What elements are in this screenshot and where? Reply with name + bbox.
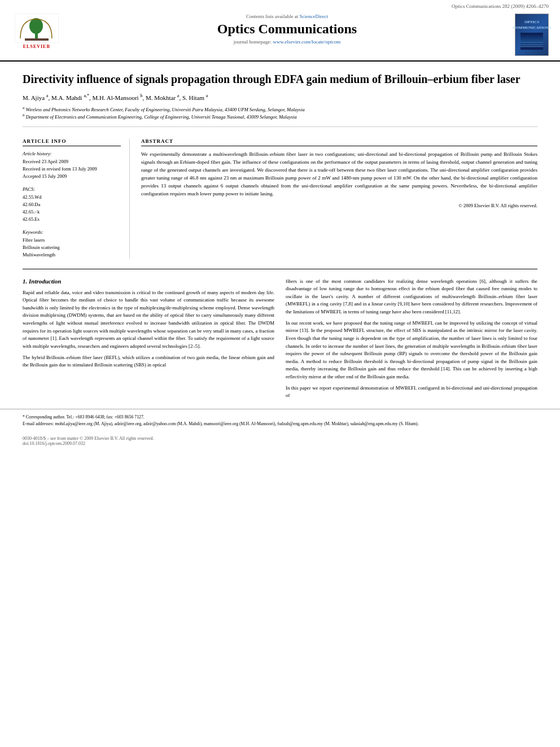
- main-col-left: 1. Introduction Rapid and reliable data,…: [23, 278, 274, 403]
- svg-rect-3: [25, 38, 49, 41]
- right-col-body: fibers is one of the most common candida…: [286, 278, 537, 400]
- abstract-text: We experimentally demonstrate a multiwav…: [141, 151, 537, 198]
- journal-reference: Optics Communications 282 (2009) 4266–42…: [0, 0, 560, 9]
- elsevier-logo: ELSEVIER: [11, 14, 62, 49]
- keywords-list: Fibre lasers Brillouin scattering Multiw…: [23, 237, 121, 258]
- journal-homepage-link[interactable]: www.elsevier.com/locate/optcom: [273, 39, 340, 45]
- elsevier-emblem-icon: [15, 14, 59, 43]
- article-title: Directivity influence of signals propaga…: [23, 72, 537, 86]
- abstract-label: ABSTRACT: [141, 138, 537, 146]
- article-abstract-column: ABSTRACT We experimentally demonstrate a…: [141, 138, 537, 259]
- received-date: Received 23 April 2009 Received in revis…: [23, 158, 121, 180]
- journal-homepage: journal homepage: www.elsevier.com/locat…: [68, 39, 506, 45]
- article-info-column: ARTICLE INFO Article history: Received 2…: [23, 138, 130, 259]
- footnote-area: * Corresponding author. Tel.: +603 8946 …: [0, 409, 560, 433]
- article-affiliations: a Wireless and Photonics Networks Resear…: [23, 106, 537, 121]
- main-content-divider: [23, 269, 537, 269]
- article-info-label: ARTICLE INFO: [23, 138, 121, 146]
- copyright-line: © 2009 Elsevier B.V. All rights reserved…: [141, 203, 537, 208]
- svg-point-2: [29, 18, 43, 34]
- footer: 0030-4018/$ – see front matter © 2009 El…: [0, 433, 560, 449]
- journal-cover: OPTICSCOMMUNICATIONS: [512, 14, 549, 56]
- history-label: Article history:: [23, 151, 121, 156]
- journal-cover-image: OPTICSCOMMUNICATIONS: [515, 14, 549, 56]
- pacs-items: 42.55.Wd 42.60.Da 42.65.−k 42.65.Es: [23, 194, 121, 222]
- article-title-section: Directivity influence of signals propaga…: [0, 62, 560, 138]
- journal-title: Optics Communications: [68, 21, 506, 37]
- corresponding-author-note: * Corresponding author. Tel.: +603 8946 …: [23, 414, 537, 427]
- main-content: 1. Introduction Rapid and reliable data,…: [0, 278, 560, 403]
- center-header: Contents lists available at ScienceDirec…: [62, 14, 512, 45]
- main-col-right: fibers is one of the most common candida…: [286, 278, 537, 403]
- pacs-label: PACS:: [23, 186, 121, 192]
- sciencedirect-line: Contents lists available at ScienceDirec…: [68, 14, 506, 19]
- article-body: ARTICLE INFO Article history: Received 2…: [0, 138, 560, 259]
- introduction-heading: 1. Introduction: [23, 278, 274, 285]
- keywords-label: Keywords:: [23, 229, 121, 235]
- elsevier-label: ELSEVIER: [23, 44, 50, 49]
- page: Optics Communications 282 (2009) 4266–42…: [0, 0, 560, 747]
- journal-header: ELSEVIER Contents lists available at Sci…: [0, 9, 560, 56]
- introduction-body: Rapid and reliable data, voice and video…: [23, 289, 274, 369]
- article-authors: M. Ajiya a, M.A. Mahdi a,*, M.H. Al-Mans…: [23, 93, 537, 101]
- sciencedirect-link[interactable]: ScienceDirect: [300, 14, 328, 19]
- affil-divider: [23, 126, 537, 127]
